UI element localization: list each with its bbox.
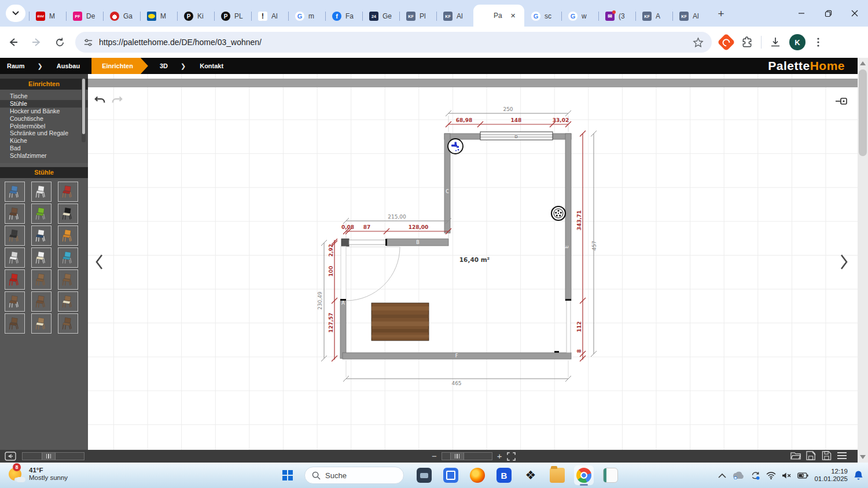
sidebar-category[interactable]: Couchtische bbox=[0, 115, 88, 123]
taskbar-weather-widget[interactable]: 8 41°F Mostly sunny bbox=[8, 466, 68, 482]
floorplan-canvas[interactable]: C B A E F D bbox=[88, 74, 858, 450]
extensions-puzzle-icon[interactable] bbox=[741, 36, 753, 49]
browser-tab[interactable]: KF A bbox=[635, 6, 672, 27]
measure-icon[interactable] bbox=[836, 97, 847, 105]
sidebar-category[interactable]: Küche bbox=[0, 137, 88, 145]
browser-tab[interactable]: P Ki bbox=[177, 6, 214, 27]
wall-e-opening[interactable] bbox=[567, 301, 571, 353]
green-chair[interactable] bbox=[31, 204, 52, 224]
tab-search-button[interactable] bbox=[6, 5, 25, 22]
white-navy-chair[interactable] bbox=[31, 225, 52, 246]
taskbar-app[interactable] bbox=[414, 465, 434, 485]
gray-wire-chair[interactable] bbox=[5, 247, 25, 268]
black-cream-tub-chair[interactable] bbox=[58, 204, 78, 224]
door-opening[interactable] bbox=[341, 246, 346, 301]
site-settings-icon[interactable] bbox=[83, 38, 93, 47]
white-shell-chair[interactable] bbox=[31, 182, 52, 202]
browser-tab[interactable]: PF De bbox=[66, 6, 103, 27]
reload-button[interactable] bbox=[50, 32, 69, 52]
zoom-slider[interactable] bbox=[442, 452, 492, 460]
volume-muted-icon[interactable] bbox=[782, 472, 792, 479]
brown-chair-2[interactable] bbox=[31, 291, 52, 312]
browser-tab[interactable]: G m bbox=[288, 6, 325, 27]
panel-prev-arrow[interactable] bbox=[91, 252, 106, 272]
panel-next-arrow[interactable] bbox=[837, 252, 852, 272]
save-icon[interactable] bbox=[822, 451, 832, 460]
browser-tab[interactable]: Pa bbox=[473, 5, 524, 27]
orange-armchair[interactable] bbox=[58, 225, 78, 246]
menu-kebab-icon[interactable] bbox=[814, 37, 823, 47]
browser-tab[interactable]: M bbox=[140, 6, 177, 27]
white-cream-cantilever-chair[interactable] bbox=[31, 247, 52, 268]
redo-icon[interactable] bbox=[111, 94, 123, 106]
taskbar-clock[interactable]: 12:19 01.01.2025 bbox=[814, 468, 848, 483]
brown-cream-chair-2[interactable] bbox=[31, 313, 52, 334]
brown-cream-chair[interactable] bbox=[58, 291, 78, 312]
taskbar-app[interactable] bbox=[574, 465, 594, 485]
notifications-bell-icon[interactable] bbox=[854, 470, 863, 480]
brown-wood-chair[interactable] bbox=[58, 269, 78, 290]
blue-shell-chair[interactable] bbox=[5, 182, 25, 202]
taskbar-app[interactable] bbox=[468, 465, 487, 485]
red-highchair[interactable] bbox=[5, 269, 25, 290]
category-scrollbar-thumb[interactable] bbox=[82, 79, 85, 134]
taskbar-search[interactable]: Suche bbox=[304, 467, 404, 484]
fit-screen-icon[interactable] bbox=[507, 452, 516, 461]
scroll-down-arrow[interactable] bbox=[860, 455, 866, 459]
nav-step[interactable]: Ausbau bbox=[50, 58, 87, 74]
brown-cantilever-chair-2[interactable] bbox=[5, 291, 25, 312]
floor-slider-handle[interactable] bbox=[42, 453, 56, 460]
browser-tab[interactable]: P PL bbox=[214, 6, 251, 27]
tab-close-icon[interactable] bbox=[509, 11, 518, 20]
undo-icon[interactable] bbox=[94, 94, 106, 106]
sidebar-category[interactable]: Stühle bbox=[0, 100, 88, 108]
teal-chair[interactable] bbox=[58, 247, 78, 268]
page-scrollbar[interactable] bbox=[858, 58, 868, 463]
menu-lines-icon[interactable] bbox=[837, 452, 847, 460]
browser-tab[interactable]: Bild M bbox=[29, 6, 66, 27]
scroll-up-arrow[interactable] bbox=[860, 61, 866, 65]
nav-step[interactable]: Kontakt bbox=[193, 58, 230, 74]
faucet-icon[interactable] bbox=[448, 139, 463, 154]
onedrive-cloud-icon[interactable] bbox=[732, 471, 745, 479]
profile-avatar[interactable]: K bbox=[789, 34, 806, 50]
sidebar-category[interactable]: Bad bbox=[0, 145, 88, 152]
zoom-out-button[interactable]: − bbox=[432, 452, 437, 461]
browser-tab[interactable]: G sc bbox=[524, 6, 561, 27]
wall-b-opening[interactable] bbox=[349, 240, 387, 245]
browser-tab[interactable]: f Fa bbox=[325, 6, 362, 27]
nav-step[interactable]: Einrichten bbox=[91, 58, 148, 74]
category-scrollbar[interactable] bbox=[82, 77, 86, 142]
bookmark-star-icon[interactable] bbox=[693, 37, 704, 48]
sidebar-category[interactable]: Schränke und Regale bbox=[0, 130, 88, 137]
red-shell-chair[interactable] bbox=[58, 182, 78, 202]
minimize-button[interactable] bbox=[788, 0, 815, 27]
browser-tab[interactable]: KF Pl bbox=[399, 6, 436, 27]
table-furniture[interactable] bbox=[372, 303, 429, 341]
open-folder-icon[interactable] bbox=[790, 452, 801, 460]
tray-chevron-up-icon[interactable] bbox=[718, 473, 726, 478]
brown-cantilever-chair[interactable] bbox=[5, 204, 25, 224]
wall-e[interactable] bbox=[565, 134, 571, 301]
taskbar-app[interactable] bbox=[521, 465, 540, 485]
sync-icon[interactable] bbox=[751, 471, 760, 480]
nav-step[interactable]: Raum bbox=[0, 58, 50, 74]
nav-step[interactable]: 3D bbox=[153, 58, 193, 74]
wall-b-stub[interactable] bbox=[341, 239, 349, 246]
burner-icon[interactable] bbox=[551, 206, 565, 220]
back-button[interactable] bbox=[3, 32, 23, 52]
wifi-icon[interactable] bbox=[766, 472, 776, 479]
battery-icon[interactable] bbox=[797, 472, 808, 479]
browser-tab[interactable]: 24 Ge bbox=[362, 6, 399, 27]
browser-tab[interactable]: KF Al bbox=[436, 6, 473, 27]
brown-folding-chair[interactable] bbox=[58, 313, 78, 334]
sidebar-category[interactable]: Tische bbox=[0, 93, 88, 100]
download-icon[interactable] bbox=[770, 36, 781, 48]
sidebar-category[interactable]: Hocker und Bänke bbox=[0, 108, 88, 115]
forward-button[interactable] bbox=[27, 32, 46, 52]
sidebar-category[interactable]: Schlafzimmer bbox=[0, 152, 88, 160]
pan-back-icon[interactable] bbox=[5, 452, 16, 461]
taskbar-app[interactable]: B bbox=[494, 465, 514, 485]
browser-tab[interactable]: KF Al bbox=[672, 6, 709, 27]
brown-chair[interactable] bbox=[31, 269, 52, 290]
